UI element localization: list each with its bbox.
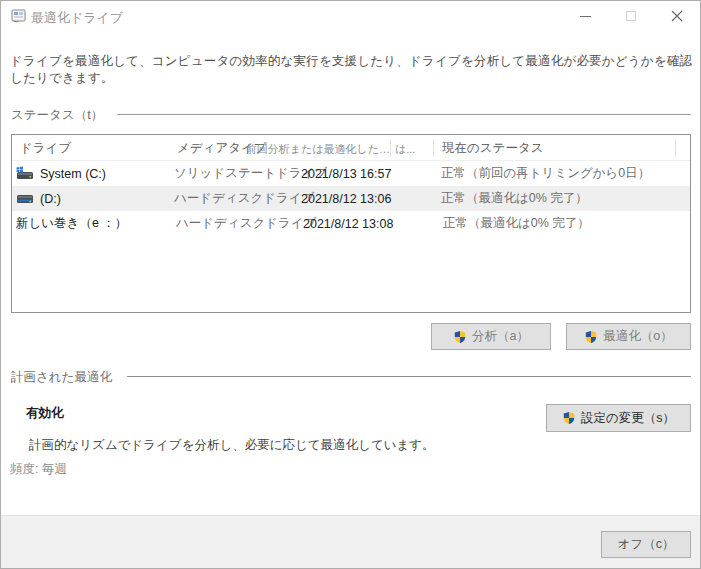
title-bar: 最適化ドライブ	[1, 1, 700, 33]
optimize-button[interactable]: 最適化（o）	[566, 323, 691, 350]
status-section-rule	[117, 114, 691, 115]
header-current-status[interactable]: 現在のステータス	[442, 140, 543, 157]
header-last-run-overflow[interactable]: は...	[395, 142, 415, 157]
hard-drive-icon	[16, 191, 34, 206]
media-type: ハードディスクドライブ	[176, 215, 303, 232]
change-settings-button-label: 設定の変更（s）	[581, 410, 675, 427]
maximize-button[interactable]	[608, 1, 654, 31]
last-run: 2021/8/13 16:57	[301, 167, 439, 181]
frequency-label: 頻度: 毎週	[10, 461, 67, 478]
minimize-icon	[580, 16, 591, 17]
close-button[interactable]	[654, 1, 700, 31]
scheduled-enabled-label: 有効化	[26, 405, 64, 422]
uac-shield-icon	[453, 330, 467, 344]
close-icon	[671, 10, 683, 22]
header-separator	[675, 139, 676, 157]
media-type: ハードディスクドライブ	[174, 190, 301, 207]
media-type: ソリッドステートドライブ	[174, 165, 301, 182]
optimize-drives-dialog: 最適化ドライブ ドライブを最適化して、コンピュータの効率的な実行を支援したり、ド…	[0, 0, 701, 569]
dialog-footer	[1, 515, 700, 568]
drive-name: (D:)	[40, 192, 61, 206]
maximize-icon	[626, 11, 636, 21]
uac-shield-icon	[562, 411, 576, 425]
header-separator	[433, 139, 434, 157]
dialog-description: ドライブを最適化して、コンピュータの効率的な実行を支援したり、ドライブを分析して…	[10, 53, 696, 87]
off-button[interactable]: オフ（c）	[601, 531, 691, 558]
optimize-button-label: 最適化（o）	[603, 328, 672, 345]
last-run: 2021/8/12 13:06	[301, 192, 439, 206]
header-drive[interactable]: ドライブ	[20, 140, 71, 157]
header-last-run[interactable]: 前回分析または最適化した…	[246, 142, 390, 157]
system-drive-icon	[16, 166, 34, 181]
header-separator	[390, 139, 391, 157]
drive-status: 正常（最適化は0% 完了）	[439, 190, 690, 207]
last-run: 2021/8/12 13:08	[303, 217, 441, 231]
analyze-button[interactable]: 分析（a）	[431, 323, 551, 350]
drive-status: 正常（最適化は0% 完了）	[441, 215, 690, 232]
drive-status: 正常（前回の再トリミングから0日）	[439, 165, 690, 182]
drives-list-header: ドライブ メディアタイプ 前回分析または最適化した… は... 現在のステータス	[12, 135, 690, 161]
table-row-d[interactable]: (D:) ハードディスクドライブ 2021/8/12 13:06 正常（最適化は…	[12, 186, 690, 211]
scheduled-description: 計画的なリズムでドライブを分析し、必要に応じて最適化しています。	[29, 437, 435, 454]
drives-list[interactable]: ドライブ メディアタイプ 前回分析または最適化した… は... 現在のステータス…	[11, 134, 691, 313]
status-section-label: ステータス（t）	[11, 107, 103, 124]
app-icon	[11, 9, 26, 24]
minimize-button[interactable]	[562, 1, 608, 31]
analyze-button-label: 分析（a）	[472, 328, 529, 345]
change-settings-button[interactable]: 設定の変更（s）	[546, 404, 691, 432]
uac-shield-icon	[584, 330, 598, 344]
table-row-e[interactable]: 新しい巻き（e ：） ハードディスクドライブ 2021/8/12 13:08 正…	[12, 211, 690, 236]
drive-name: 新しい巻き（e ：）	[16, 215, 127, 232]
table-row-system-c[interactable]: System (C:) ソリッドステートドライブ 2021/8/13 16:57…	[12, 161, 690, 186]
window-title: 最適化ドライブ	[31, 9, 123, 27]
off-button-label: オフ（c）	[618, 536, 675, 553]
scheduled-section-label: 計画された最適化	[11, 369, 112, 386]
scheduled-section-rule	[127, 376, 691, 377]
drive-name: System (C:)	[40, 167, 106, 181]
